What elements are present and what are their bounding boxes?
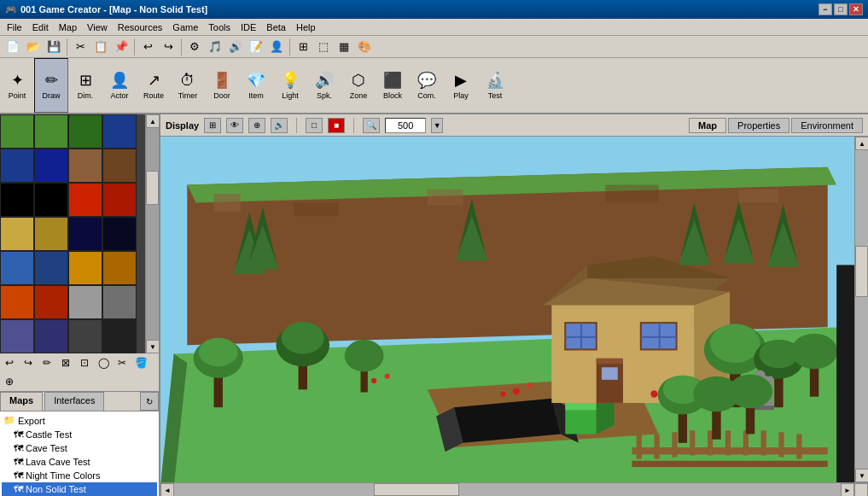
new-icon[interactable]: 📄 [3, 38, 22, 56]
zoom-dropdown[interactable]: ▼ [431, 118, 443, 133]
tile-cell-extra-1[interactable] [34, 251, 68, 285]
zoom-input[interactable] [385, 118, 426, 133]
title-bar-controls[interactable]: − □ ✕ [818, 3, 863, 15]
tree-view[interactable]: 📁 Export 🗺Castle Test🗺Cave Test🗺Lava Cav… [0, 411, 159, 496]
vertical-scrollbar[interactable]: ▲ ▼ [854, 137, 868, 482]
grid-icon[interactable]: ⊞ [294, 38, 312, 56]
copy-icon[interactable]: 📋 [91, 38, 110, 56]
tile-cell-extra-8[interactable] [0, 319, 34, 353]
tree-item-non-solid-test[interactable]: 🗺Non Solid Test [2, 482, 157, 496]
tree-item-cave-test[interactable]: 🗺Cave Test [2, 441, 157, 455]
palette-scroll-down[interactable]: ▼ [146, 340, 159, 353]
tile-cell-7[interactable] [102, 149, 137, 183]
tree-item-night-time-colors[interactable]: 🗺Night Time Colors [2, 469, 157, 482]
sound-icon[interactable]: 🔊 [226, 38, 245, 56]
tile-cell-0[interactable] [0, 114, 34, 149]
open-icon[interactable]: 📂 [24, 38, 43, 56]
display-outline-btn[interactable]: □ [306, 118, 323, 133]
hscroll-thumb[interactable] [374, 483, 459, 496]
tool-item[interactable]: 💎Item [239, 58, 273, 113]
menu-item-map[interactable]: Map [54, 20, 82, 34]
horizontal-scrollbar[interactable]: ◄ ► [160, 482, 868, 496]
display-crosshair-btn[interactable]: ⊕ [248, 118, 265, 133]
tile-cell-11[interactable] [102, 183, 137, 217]
left-tool-pencil[interactable]: ✏ [38, 353, 56, 372]
paste-icon[interactable]: 📌 [112, 38, 131, 56]
scroll-thumb[interactable] [855, 246, 868, 297]
display-eye-btn[interactable]: 👁 [226, 118, 243, 133]
tool-route[interactable]: ↗Route [137, 58, 171, 113]
left-tool-circle[interactable]: ◯ [94, 353, 113, 372]
menu-item-view[interactable]: View [82, 20, 113, 34]
tile-cell-9[interactable] [34, 183, 68, 217]
tile-cell-extra-4[interactable] [0, 285, 34, 319]
hscroll-track[interactable] [174, 483, 841, 496]
tool-test[interactable]: 🔬Test [478, 58, 512, 113]
tile-cell-2[interactable] [68, 114, 102, 149]
display-grid-btn[interactable]: ⊞ [204, 118, 221, 133]
tile-cell-3[interactable] [102, 114, 137, 149]
menu-item-help[interactable]: Help [291, 20, 321, 34]
tile-cell-extra-10[interactable] [68, 319, 102, 353]
palette-scroll-up[interactable]: ▲ [146, 114, 159, 128]
left-tool-redo[interactable]: ↪ [19, 353, 38, 372]
minimize-button[interactable]: − [818, 3, 832, 15]
tile-grid[interactable] [0, 114, 137, 353]
left-tool-rect[interactable]: ⊡ [75, 353, 94, 372]
tool-point[interactable]: ✦Point [0, 58, 34, 113]
palette-scroll-thumb[interactable] [146, 171, 159, 205]
scroll-down-button[interactable]: ▼ [855, 469, 868, 482]
tab-properties[interactable]: Properties [728, 118, 789, 133]
left-tool-extra[interactable]: ⊕ [0, 372, 19, 391]
scroll-up-button[interactable]: ▲ [855, 137, 868, 150]
tile-cell-12[interactable] [0, 217, 34, 251]
tool-draw[interactable]: ✏Draw [34, 58, 68, 113]
tile-cell-15[interactable] [102, 217, 137, 251]
refresh-button[interactable]: ↻ [140, 392, 159, 411]
tool-block[interactable]: ⬛Block [376, 58, 410, 113]
tree-root-export[interactable]: 📁 Export [2, 413, 157, 428]
tool-light[interactable]: 💡Light [273, 58, 307, 113]
hscroll-left-button[interactable]: ◄ [160, 483, 174, 496]
menu-item-edit[interactable]: Edit [27, 20, 54, 34]
tool-zone[interactable]: ⬡Zone [341, 58, 376, 113]
left-tool-undo[interactable]: ↩ [0, 353, 19, 372]
tile-cell-10[interactable] [68, 183, 102, 217]
settings-icon[interactable]: ⚙ [185, 38, 204, 56]
layers-icon[interactable]: ⬚ [314, 38, 333, 56]
left-tool-select[interactable]: ⊠ [56, 353, 75, 372]
tile-cell-13[interactable] [34, 217, 68, 251]
tool-actor[interactable]: 👤Actor [102, 58, 137, 113]
tool-dim[interactable]: ⊞Dim. [68, 58, 102, 113]
maximize-button[interactable]: □ [834, 3, 848, 15]
tab-interfaces[interactable]: Interfaces [44, 392, 104, 411]
tile-cell-extra-7[interactable] [102, 285, 137, 319]
tile-cell-extra-9[interactable] [34, 319, 68, 353]
char-icon[interactable]: 👤 [267, 38, 286, 56]
tile-cell-extra-6[interactable] [68, 285, 102, 319]
tool-spk[interactable]: 🔊Spk. [307, 58, 341, 113]
resize-grip[interactable] [854, 483, 868, 496]
music-icon[interactable]: 🎵 [206, 38, 224, 56]
tile-cell-5[interactable] [34, 149, 68, 183]
hscroll-right-button[interactable]: ► [841, 483, 854, 496]
tile-cell-14[interactable] [68, 217, 102, 251]
menu-item-tools[interactable]: Tools [203, 20, 236, 34]
tile-cell-1[interactable] [34, 114, 68, 149]
tree-item-castle-test[interactable]: 🗺Castle Test [2, 428, 157, 441]
left-tool-fill[interactable]: 🪣 [131, 353, 150, 372]
tile-cell-extra-5[interactable] [34, 285, 68, 319]
tool-door[interactable]: 🚪Door [205, 58, 239, 113]
cut-icon[interactable]: ✂ [71, 38, 90, 56]
script-icon[interactable]: 📝 [247, 38, 265, 56]
left-tool-cut[interactable]: ✂ [113, 353, 131, 372]
menu-item-ide[interactable]: IDE [236, 20, 261, 34]
save-icon[interactable]: 💾 [44, 38, 63, 56]
undo-icon[interactable]: ↩ [138, 38, 157, 56]
tile-palette[interactable]: ▲ ▼ [0, 114, 159, 353]
redo-icon[interactable]: ↪ [159, 38, 178, 56]
tool-timer[interactable]: ⏱Timer [171, 58, 205, 113]
tiles-icon[interactable]: ▦ [335, 38, 353, 56]
tab-maps[interactable]: Maps [0, 392, 43, 411]
tile-cell-extra-3[interactable] [102, 251, 137, 285]
